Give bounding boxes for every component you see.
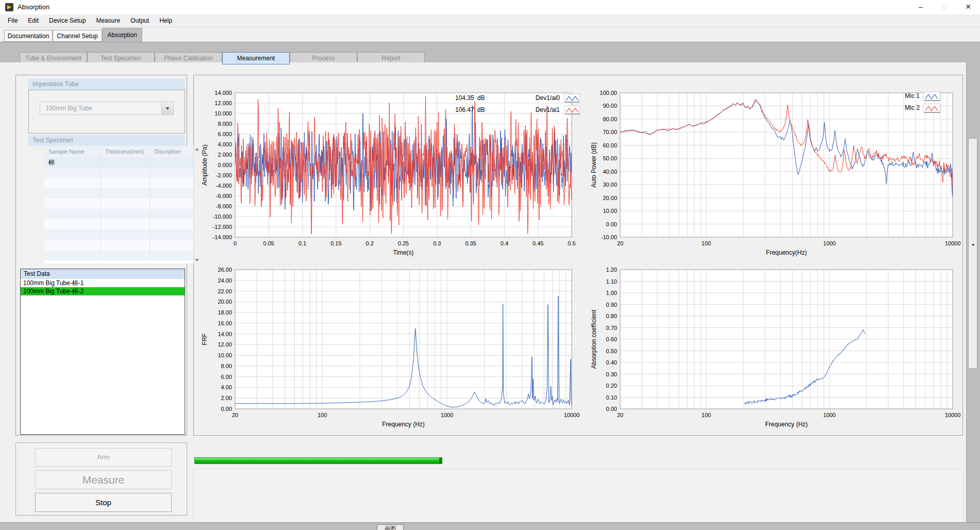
svg-text:0.5: 0.5 [568, 240, 575, 246]
svg-text:-10.00: -10.00 [601, 234, 617, 240]
svg-text:16.00: 16.00 [218, 320, 232, 326]
svg-text:30.00: 30.00 [603, 181, 617, 188]
svg-text:24.00: 24.00 [218, 277, 232, 284]
tab-documentation[interactable]: Documentation [4, 30, 53, 42]
svg-text:6.000: 6.000 [218, 131, 232, 137]
scroll-down-icon[interactable] [195, 259, 199, 261]
test-specimen-table: Sample NameThickness(mm)Discription棉 [44, 146, 201, 263]
svg-text:0.1: 0.1 [298, 240, 306, 246]
right-splitter[interactable]: ◄ [968, 138, 977, 369]
menu-measure[interactable]: Measure [91, 14, 125, 27]
svg-text:1000: 1000 [441, 412, 453, 418]
column-header-discription: Discription [150, 146, 194, 157]
close-button[interactable]: ✕ [956, 0, 980, 14]
svg-text:0.90: 0.90 [606, 302, 617, 308]
menu-edit[interactable]: Edit [23, 14, 44, 27]
table-cell [101, 250, 150, 260]
chart-frf-svg: 0.002.004.006.008.0010.0012.0014.0016.00… [199, 257, 586, 436]
zigzag-line-icon [924, 104, 941, 113]
table-cell [101, 168, 150, 178]
table-cell [44, 209, 101, 219]
svg-text:0.3: 0.3 [433, 240, 441, 246]
menu-file[interactable]: File [3, 14, 23, 27]
tab-absorption[interactable]: Absorption [102, 28, 142, 42]
table-row[interactable]: 棉 [44, 157, 194, 168]
svg-text:0.80: 0.80 [606, 313, 617, 319]
svg-text:10.00: 10.00 [218, 352, 232, 358]
legend-line-icon[interactable] [564, 106, 580, 114]
test-data-item[interactable]: 100mm Big Tube-棉-2 [21, 287, 185, 295]
test-data-item[interactable]: 100mm Big Tube-棉-1 [21, 279, 185, 287]
legend-label-mic-1[interactable]: Mic 1 [885, 92, 920, 100]
svg-text:8.000: 8.000 [218, 121, 232, 127]
menu-device-setup[interactable]: Device Setup [44, 14, 91, 27]
svg-text:Frequency (Hz): Frequency (Hz) [765, 421, 808, 428]
dropdown-arrow-button[interactable] [161, 102, 173, 114]
table-cell: 棉 [44, 157, 101, 168]
svg-text:0.50: 0.50 [606, 348, 617, 354]
svg-text:50.00: 50.00 [603, 155, 617, 161]
chart-absorption: 0.000.100.200.300.400.500.600.700.800.90… [588, 257, 962, 436]
svg-text:0.45: 0.45 [533, 240, 543, 246]
legend-label-dev1-ai0[interactable]: Dev1/ai0 [516, 94, 560, 102]
svg-text:100: 100 [702, 412, 711, 418]
table-cell [150, 168, 194, 178]
labview-app-icon [5, 3, 13, 11]
title-bar: Absorption – □ ✕ [0, 0, 980, 15]
table-row-empty [44, 229, 194, 240]
svg-text:0.4: 0.4 [501, 240, 508, 246]
table-row-empty [44, 168, 194, 178]
table-scrollbar[interactable] [193, 146, 201, 263]
svg-text:Frequency(Hz): Frequency(Hz) [766, 249, 807, 256]
table-cell [44, 168, 101, 178]
svg-text:0.00: 0.00 [606, 406, 617, 412]
sub-tab-band: Tube & EnvironmentTest SpecimenPhase Cal… [0, 42, 980, 63]
svg-text:20: 20 [232, 412, 238, 418]
column-header-thickness-mm: Thickness(mm) [101, 146, 150, 157]
table-cell [101, 188, 150, 198]
table-cell [44, 240, 101, 250]
minimize-button[interactable]: – [909, 0, 933, 14]
svg-text:40.00: 40.00 [603, 169, 617, 175]
svg-text:100: 100 [318, 412, 327, 418]
legend-line-icon[interactable] [923, 92, 940, 101]
table-cell [150, 188, 194, 198]
svg-text:0: 0 [234, 240, 237, 246]
impedance-tube-section-title: Impendace Tube [28, 79, 185, 90]
tube-select-dropdown[interactable]: 100mm Big Tube [40, 102, 174, 115]
chart-panel: -14.000-12.000-10.000-8.000-6.000-4.000-… [193, 75, 963, 436]
menu-help[interactable]: Help [154, 14, 177, 27]
legend-label-dev1-ai1[interactable]: Dev1/ai1 [516, 106, 560, 113]
menu-bar: FileEditDevice SetupMeasureOutputHelp [0, 14, 980, 27]
svg-text:10.00: 10.00 [603, 208, 617, 214]
impedance-tube-groupbox: 100mm Big Tube [28, 90, 185, 134]
svg-text:0.00: 0.00 [221, 406, 232, 412]
legend-line-icon[interactable] [923, 104, 940, 113]
table-cell [44, 188, 101, 198]
menu-output[interactable]: Output [125, 14, 154, 27]
svg-text:1.00: 1.00 [606, 290, 617, 296]
svg-text:22.00: 22.00 [218, 288, 232, 294]
svg-text:0.60: 0.60 [606, 336, 617, 342]
tab-channel-setup[interactable]: Channel Setup [53, 30, 102, 42]
chart-frf: 0.002.004.006.008.0010.0012.0014.0016.00… [199, 257, 586, 436]
tab-draw[interactable]: 画图 [377, 524, 404, 530]
test-data-list: 100mm Big Tube-棉-1100mm Big Tube-棉-2 [21, 279, 185, 295]
legend-label-mic-2[interactable]: Mic 2 [885, 104, 920, 111]
svg-text:-4.000: -4.000 [216, 183, 232, 189]
svg-text:18.00: 18.00 [218, 309, 232, 316]
table-cell [44, 198, 101, 209]
stop-button[interactable]: Stop [35, 493, 172, 512]
application-window: Absorption – □ ✕ FileEditDevice SetupMea… [0, 0, 980, 530]
table-cell [101, 240, 150, 250]
control-button-panel: ArmMeasureStop [15, 442, 187, 516]
legend-line-icon[interactable] [564, 94, 580, 103]
svg-text:26.00: 26.00 [218, 267, 232, 273]
scroll-up-icon[interactable] [195, 148, 199, 151]
subtab-measurement[interactable]: Measurement [222, 52, 290, 64]
svg-text:6.00: 6.00 [221, 374, 232, 380]
svg-text:100: 100 [702, 240, 711, 246]
svg-text:0.10: 0.10 [606, 394, 617, 401]
svg-text:10.000: 10.000 [214, 110, 232, 117]
svg-text:20: 20 [617, 412, 623, 418]
